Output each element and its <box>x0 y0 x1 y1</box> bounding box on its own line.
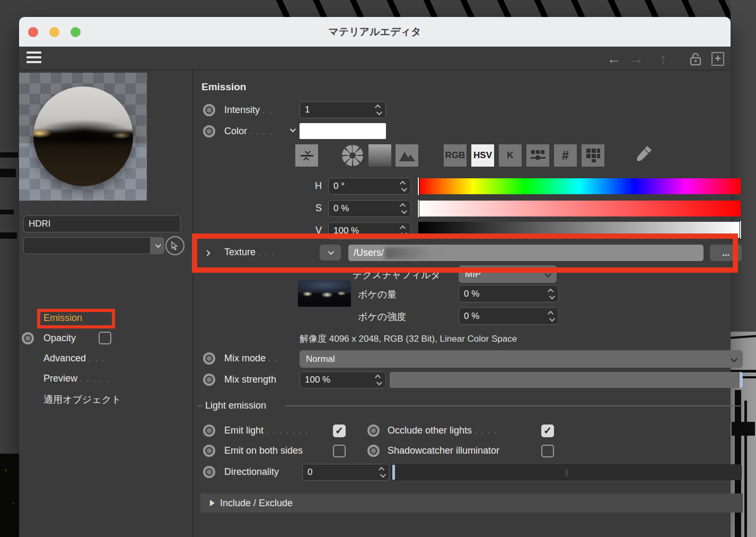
color-radio[interactable] <box>203 125 215 137</box>
value-slider-handle[interactable] <box>740 220 742 239</box>
browse-button[interactable]: ... <box>710 245 742 261</box>
hue-gradient-slider[interactable] <box>418 178 741 194</box>
directionality-input[interactable]: 0 <box>302 464 390 481</box>
hex-mode-button[interactable]: # <box>554 144 577 167</box>
material-name-field[interactable]: HDRI <box>23 215 181 232</box>
mix-strength-radio[interactable] <box>203 374 215 386</box>
color-swatch[interactable] <box>300 123 386 139</box>
section-divider-line <box>285 405 743 406</box>
saturation-gradient-slider[interactable] <box>418 201 741 216</box>
hsv-mode-button[interactable]: HSV <box>471 144 494 167</box>
sidebar-item-assign-objects[interactable]: 適用オブジェクト <box>43 393 121 406</box>
include-exclude-label: Include / Exclude <box>220 498 293 509</box>
leader-dots: . . . . . <box>80 374 110 383</box>
up-icon[interactable]: ↑ <box>660 48 667 70</box>
menu-icon[interactable] <box>27 51 41 66</box>
lock-icon[interactable] <box>689 53 702 68</box>
mix-mode-label: Mix mode . . <box>224 353 278 364</box>
saturation-slider-handle[interactable] <box>417 199 419 218</box>
swatches-icon[interactable] <box>582 144 604 167</box>
shadowcatcher-radio[interactable] <box>367 445 380 457</box>
titlebar: マテリアルエディタ <box>19 17 731 47</box>
directionality-stepper[interactable] <box>377 467 384 478</box>
value-gradient-slider[interactable] <box>418 222 741 238</box>
sketch-stroke <box>0 169 16 177</box>
search-field[interactable] <box>23 237 151 254</box>
mix-mode-radio[interactable] <box>203 352 215 365</box>
mountain-icon <box>398 149 416 162</box>
directionality-radio[interactable] <box>203 466 215 478</box>
shadowcatcher-checkbox[interactable] <box>541 445 554 457</box>
texture-path-field[interactable]: /Users/ <box>348 245 704 261</box>
texture-thumbnail[interactable] <box>298 280 351 307</box>
image-picker-icon[interactable] <box>395 144 418 167</box>
hue-input[interactable]: 0 ° <box>328 178 411 195</box>
mix-strength-input[interactable]: 100 % <box>300 371 386 388</box>
search-dropdown-button[interactable] <box>151 237 164 254</box>
emit-light-checkbox[interactable]: ✓ <box>333 425 346 437</box>
sidebar-item-preview[interactable]: Preview . . . . . <box>43 373 110 384</box>
mix-mode-dropdown[interactable]: Normal <box>300 350 743 368</box>
preview-sphere <box>33 86 133 186</box>
blur-strength-stepper[interactable] <box>546 311 553 322</box>
kelvin-mode-button[interactable]: K <box>499 144 522 167</box>
blur-strength-input[interactable]: 0 % <box>459 307 559 325</box>
hue-slider-handle[interactable] <box>417 177 419 196</box>
saturation-input[interactable]: 0 % <box>328 200 411 217</box>
shadowcatcher-label: Shadowcatcher illuminator <box>388 445 499 456</box>
saturation-stepper[interactable] <box>398 203 406 214</box>
texture-label: Texture . . . <box>224 247 275 258</box>
forward-icon[interactable]: → <box>629 48 644 70</box>
cursor-arrow-icon <box>170 241 180 250</box>
material-editor-window: マテリアルエディタ ← → ↑ + HDRI <box>19 17 731 537</box>
both-sides-checkbox[interactable] <box>333 445 346 457</box>
color-label: Color . . . . <box>224 126 272 137</box>
texture-filter-dropdown[interactable]: MIP <box>459 265 557 283</box>
directionality-slider[interactable] <box>391 464 742 480</box>
new-window-icon[interactable]: + <box>711 52 724 66</box>
compact-mode-icon[interactable] <box>295 144 318 167</box>
color-expand-chevron-icon[interactable] <box>290 126 296 132</box>
pick-object-button[interactable] <box>165 236 184 255</box>
opacity-checkbox[interactable] <box>99 332 111 344</box>
hue-stepper[interactable] <box>398 181 406 192</box>
material-preview[interactable] <box>19 73 147 201</box>
section-heading: Emission <box>201 81 246 93</box>
sliders-mode-icon[interactable] <box>526 144 549 167</box>
separator-tick <box>198 405 202 406</box>
eyedropper-icon[interactable] <box>631 143 655 168</box>
mix-strength-slider[interactable] <box>390 372 743 388</box>
directionality-slider-handle[interactable] <box>392 465 395 480</box>
value-label: V <box>315 225 322 236</box>
mix-strength-slider-handle[interactable] <box>740 372 743 388</box>
sketch-stroke <box>0 232 17 239</box>
texture-type-dropdown[interactable] <box>320 245 341 261</box>
back-icon[interactable]: ← <box>606 48 621 70</box>
occlude-checkbox[interactable]: ✓ <box>541 425 554 437</box>
include-exclude-header[interactable]: Include / Exclude <box>200 493 743 513</box>
value-stepper[interactable] <box>398 226 406 236</box>
blur-amount-input[interactable]: 0 % <box>459 285 559 302</box>
both-sides-radio[interactable] <box>203 445 215 457</box>
texture-expand-icon[interactable] <box>204 250 210 256</box>
mix-strength-stepper[interactable] <box>373 375 381 385</box>
texture-filter-label: テクスチャフィルタ <box>353 268 441 281</box>
opacity-enable-radio[interactable] <box>22 332 34 344</box>
sidebar-item-advanced[interactable]: Advanced . . . <box>43 353 105 364</box>
intensity-stepper[interactable] <box>373 105 381 115</box>
blur-amount-stepper[interactable] <box>546 289 553 299</box>
intensity-input[interactable]: 1 <box>300 101 386 118</box>
intensity-radio[interactable] <box>203 104 215 116</box>
window-title: マテリアルエディタ <box>19 17 731 47</box>
rgb-mode-button[interactable]: RGB <box>444 144 467 167</box>
value-input[interactable]: 100 % <box>328 222 411 239</box>
occlude-radio[interactable] <box>367 425 380 437</box>
sketch-foliage <box>0 454 19 537</box>
color-wheel-icon[interactable] <box>342 145 363 166</box>
slider-midpoint-tick <box>566 469 567 477</box>
emit-light-label: Emit light . . . . . . . <box>224 425 309 436</box>
sidebar-item-opacity[interactable]: Opacity <box>43 333 76 344</box>
sidebar-item-emission[interactable]: Emission <box>43 313 82 324</box>
spectrum-icon[interactable] <box>368 144 391 167</box>
emit-light-radio[interactable] <box>203 425 215 437</box>
